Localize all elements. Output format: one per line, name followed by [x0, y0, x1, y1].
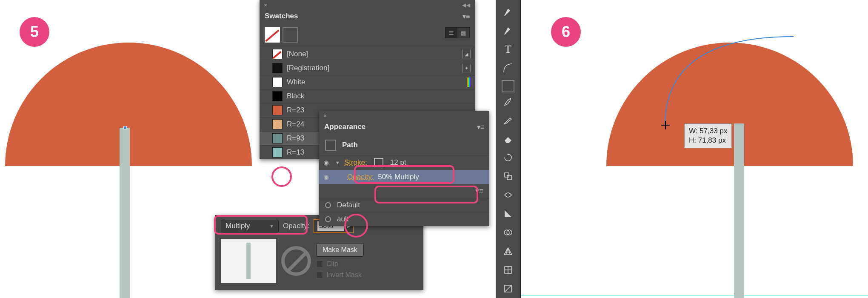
stroke-attribute-row[interactable]: ◉ ▼ Stroke: 12 pt: [319, 155, 489, 170]
opacity-label[interactable]: Opacity:: [347, 173, 374, 181]
close-icon[interactable]: ×: [323, 112, 327, 119]
stroke-swatch[interactable]: [283, 27, 298, 43]
fill-swatch-none[interactable]: [265, 27, 280, 43]
swatch-label: R=13: [287, 148, 304, 157]
panel-title: Appearance: [324, 123, 365, 131]
default-row[interactable]: Default: [319, 198, 489, 212]
panel-menu-icon[interactable]: ▾≡: [463, 12, 470, 20]
panel-header[interactable]: ×: [319, 111, 489, 120]
panel-header[interactable]: × ◀◀: [260, 0, 475, 9]
opacity-label: Opacity:: [283, 222, 309, 230]
panel-title-bar: Appearance ▾≡: [319, 120, 489, 135]
path-thumbnail: [325, 140, 336, 151]
swatch-label: R=24: [287, 120, 304, 129]
pencil-tool[interactable]: [499, 112, 517, 129]
swatch-label: Black: [287, 92, 305, 100]
add-anchor-tool[interactable]: [499, 22, 517, 39]
appearance-panel[interactable]: × Appearance ▾≡ Path ◉ ▼ Stroke: 12 pt ◉…: [319, 111, 489, 226]
arc-path: [662, 32, 802, 130]
anchor-point[interactable]: [123, 126, 127, 129]
mesh-tool[interactable]: [499, 261, 517, 278]
gradient-tool[interactable]: [499, 280, 517, 297]
pen-tool[interactable]: [499, 3, 517, 20]
width-tool[interactable]: [499, 186, 517, 203]
transparency-panel[interactable]: Multiply ▼ Opacity: ▶ Make Mask Clip Inv…: [215, 215, 423, 290]
grid-view-button[interactable]: ▦: [457, 28, 469, 38]
type-tool[interactable]: T: [499, 41, 517, 58]
scale-tool[interactable]: [499, 168, 517, 185]
paintbrush-tool[interactable]: [499, 93, 517, 110]
highlight-swatch-chip: [271, 166, 292, 187]
swatch-chip: [272, 49, 283, 59]
perspective-grid-tool[interactable]: [499, 243, 517, 260]
swatch-label: R=23: [287, 106, 304, 115]
default-row-partial[interactable]: ault: [319, 212, 489, 226]
svg-rect-0: [505, 173, 509, 177]
rectangle-tool[interactable]: [502, 80, 514, 92]
default-label-partial: ault: [337, 215, 348, 224]
list-view-button[interactable]: ☰: [445, 28, 457, 38]
tools-panel[interactable]: T: [496, 0, 520, 298]
swatch-row-black[interactable]: Black: [260, 89, 475, 103]
visibility-icon[interactable]: ◉: [323, 173, 331, 181]
chevron-down-icon: ▼: [269, 224, 274, 229]
swatch-row-registration[interactable]: [Registration] ✦: [260, 61, 475, 75]
clip-checkbox[interactable]: Clip: [316, 260, 364, 268]
close-icon[interactable]: ×: [264, 2, 267, 9]
swatch-row-white[interactable]: White: [260, 75, 475, 89]
swatch-label: R=93: [287, 134, 304, 143]
swatch-chip: [272, 77, 283, 87]
disclosure-icon[interactable]: ▼: [335, 160, 340, 165]
opacity-attribute-row[interactable]: ◉ Opacity: 50% Multiply: [319, 170, 489, 184]
shape-builder-tool[interactable]: [499, 224, 517, 241]
swatch-preview-row: ☰ ▦: [260, 25, 475, 47]
swatch-type-icon: ✦: [462, 64, 471, 72]
appearance-path-row[interactable]: Path: [319, 135, 489, 155]
swatch-chip: [272, 147, 283, 158]
make-mask-button[interactable]: Make Mask: [316, 243, 364, 257]
invert-mask-checkbox[interactable]: Invert Mask: [316, 271, 364, 279]
blend-mode-dropdown[interactable]: Multiply ▼: [221, 220, 279, 232]
stroke-value: 12 pt: [390, 158, 406, 167]
swatch-row-none[interactable]: [None] ◪: [260, 47, 475, 61]
panel-title-bar: Swatches ▾≡: [260, 9, 475, 25]
mushroom-stem: [734, 123, 744, 298]
step-badge-6: 6: [551, 17, 581, 47]
swatch-chip: [272, 119, 283, 129]
path-label: Path: [342, 141, 358, 149]
eraser-tool[interactable]: [499, 130, 517, 147]
guide-horizontal: [521, 295, 868, 295]
visibility-icon[interactable]: ◉: [323, 159, 331, 166]
panel-title: Swatches: [265, 12, 298, 20]
radio-icon: [325, 202, 331, 208]
swatch-type-icon: ◪: [462, 50, 471, 58]
free-transform-tool[interactable]: [499, 205, 517, 222]
opacity-value: 50% Multiply: [378, 173, 419, 181]
radio-icon: [325, 216, 331, 222]
blend-mode-value: Multiply: [226, 222, 250, 230]
color-mode-indicator: [467, 77, 471, 87]
default-label: Default: [337, 201, 360, 209]
arc-tool[interactable]: [499, 60, 517, 77]
mask-preview[interactable]: [221, 239, 276, 283]
swatch-label: [Registration]: [287, 64, 329, 72]
measurement-tooltip: W: 57,33 px H: 71,83 px: [684, 123, 732, 148]
swatch-chip: [272, 91, 283, 101]
swatch-label: White: [287, 78, 305, 86]
swatch-chip: [272, 105, 283, 115]
stroke-color-well[interactable]: [374, 158, 383, 167]
view-toggle[interactable]: ☰ ▦: [445, 27, 470, 38]
swatch-chip: [272, 63, 283, 73]
panel-menu-icon[interactable]: ▾≡: [477, 123, 484, 131]
no-mask-icon: [281, 246, 311, 276]
step-badge-5: 5: [20, 17, 49, 47]
swatch-label: [None]: [287, 50, 308, 58]
rotate-tool[interactable]: [499, 149, 517, 166]
mushroom-stem: [120, 128, 130, 298]
swatch-chip: [272, 133, 283, 143]
stroke-label[interactable]: Stroke:: [344, 158, 367, 167]
collapse-icon[interactable]: ◀◀: [462, 2, 471, 8]
appearance-submenu-icon[interactable]: ▾≡: [319, 184, 489, 198]
svg-rect-1: [507, 175, 511, 180]
